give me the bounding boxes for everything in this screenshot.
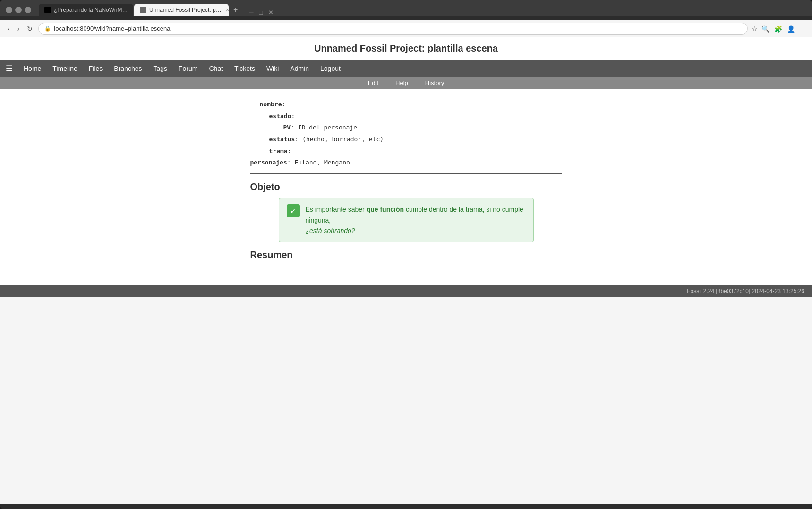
new-tab-button[interactable]: +: [230, 4, 241, 16]
field-estatus-label: estatus: [269, 136, 295, 143]
field-personajes: personajes: Fulano, Mengano...: [250, 157, 562, 169]
nav-forum[interactable]: Forum: [173, 61, 203, 76]
reload-button[interactable]: ↻: [25, 24, 34, 34]
subnav-edit[interactable]: Edit: [364, 78, 382, 87]
field-estado-label: estado: [269, 112, 291, 120]
callout-text-italic: ¿está sobrando?: [306, 227, 355, 234]
fossil-icon: [140, 7, 146, 13]
footer-text: Fossil 2.24 [8be0372c10] 2024-04-23 13:2…: [687, 288, 804, 294]
fossil-app: Unnamed Fossil Project: plantilla escena…: [0, 37, 812, 297]
field-pv-label: PV: [283, 124, 291, 131]
field-trama: trama:: [250, 146, 562, 157]
nav-chat[interactable]: Chat: [204, 61, 229, 76]
close-icon[interactable]: ✕: [268, 9, 274, 16]
extensions-icon[interactable]: 🧩: [774, 25, 782, 33]
profile-icon[interactable]: 👤: [787, 25, 795, 33]
minimize-btn[interactable]: [6, 7, 12, 13]
field-nombre-label: nombre: [260, 101, 282, 108]
restore-icon[interactable]: □: [259, 9, 263, 16]
field-estatus: estatus: (hecho, borrador, etc): [250, 134, 562, 146]
nav-files[interactable]: Files: [83, 61, 109, 76]
subnav-help[interactable]: Help: [392, 78, 412, 87]
checkmark-icon: ✓: [287, 204, 300, 217]
nav-timeline[interactable]: Timeline: [47, 61, 83, 76]
search-icon[interactable]: 🔍: [761, 25, 769, 33]
callout-text: Es importante saber qué función cumple d…: [306, 204, 526, 236]
maximize-btn[interactable]: [15, 7, 22, 13]
notion-icon: [44, 7, 51, 13]
fields-list: nombre: estado: PV: ID del personaje est…: [250, 99, 562, 169]
nav-logout[interactable]: Logout: [315, 61, 346, 76]
field-estado: estado:: [250, 111, 562, 122]
browser-window: ¿Preparando la NaNoWriM… ✕ Unnamed Fossi…: [0, 0, 812, 509]
callout-text-bold: qué función: [367, 206, 404, 213]
tab-2-label: Unnamed Fossil Project: p…: [149, 7, 222, 13]
tab-1-close[interactable]: ✕: [132, 7, 134, 13]
lock-icon: 🔒: [44, 26, 51, 32]
settings-icon[interactable]: ⋮: [800, 25, 806, 33]
address-bar-row: ‹ › ↻ 🔒 localhost:8090/wiki?name=plantil…: [0, 20, 812, 37]
bookmark-icon[interactable]: ☆: [752, 25, 758, 33]
nav-tags[interactable]: Tags: [147, 61, 173, 76]
tab-2-close[interactable]: ✕: [225, 7, 229, 13]
field-pv: PV: ID del personaje: [250, 122, 562, 134]
section-resumen-heading: Resumen: [250, 250, 562, 260]
field-nombre: nombre:: [250, 99, 562, 111]
tab-2[interactable]: Unnamed Fossil Project: p… ✕: [134, 4, 229, 16]
nav-admin[interactable]: Admin: [284, 61, 315, 76]
close-btn[interactable]: [25, 7, 31, 13]
tab-1-label: ¿Preparando la NaNoWriM…: [54, 7, 128, 13]
wiki-content: nombre: estado: PV: ID del personaje est…: [241, 89, 572, 276]
url-text: localhost:8090/wiki?name=plantilla escen…: [54, 25, 742, 32]
nav-branches[interactable]: Branches: [108, 61, 147, 76]
callout-text-before: Es importante saber: [306, 206, 367, 213]
sub-nav: Edit Help History: [0, 77, 812, 89]
field-trama-label: trama: [269, 147, 288, 155]
footer-bar: Fossil 2.24 [8be0372c10] 2024-04-23 13:2…: [0, 285, 812, 297]
hamburger-icon[interactable]: ☰: [6, 60, 18, 77]
section-objeto-heading: Objeto: [250, 181, 562, 192]
field-personajes-label: personajes: [250, 159, 287, 166]
browser-chrome: ¿Preparando la NaNoWriM… ✕ Unnamed Fossi…: [0, 0, 812, 16]
nav-tickets[interactable]: Tickets: [229, 61, 261, 76]
tab-bar: ¿Preparando la NaNoWriM… ✕ Unnamed Fossi…: [39, 4, 279, 16]
window-buttons: [6, 7, 31, 13]
callout-box: ✓ Es importante saber qué función cumple…: [279, 198, 534, 242]
tab-1[interactable]: ¿Preparando la NaNoWriM… ✕: [39, 4, 133, 16]
section-divider: [250, 173, 562, 174]
main-nav: ☰ Home Timeline Files Branches Tags Foru…: [0, 60, 812, 77]
address-bar[interactable]: 🔒 localhost:8090/wiki?name=plantilla esc…: [38, 23, 748, 35]
back-button[interactable]: ‹: [6, 24, 12, 34]
minimize-icon[interactable]: ─: [249, 9, 253, 16]
nav-home[interactable]: Home: [18, 61, 47, 76]
browser-controls: ¿Preparando la NaNoWriM… ✕ Unnamed Fossi…: [6, 4, 806, 16]
page-title: Unnamed Fossil Project: plantilla escena: [0, 37, 812, 60]
forward-button[interactable]: ›: [16, 24, 22, 34]
subnav-history[interactable]: History: [421, 78, 448, 87]
page-content: Unnamed Fossil Project: plantilla escena…: [0, 37, 812, 504]
toolbar-icons: 🔍 🧩 👤 ⋮: [761, 25, 806, 33]
nav-wiki[interactable]: Wiki: [261, 61, 284, 76]
